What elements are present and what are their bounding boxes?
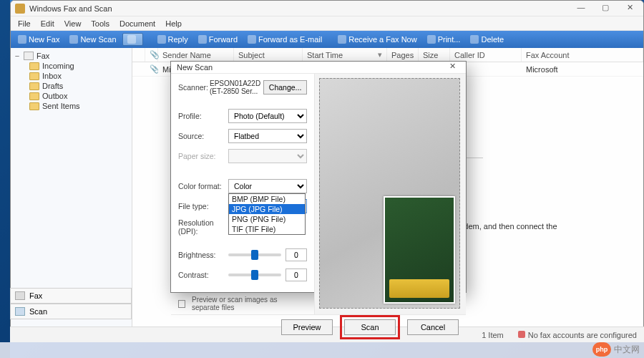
col-pages[interactable]: Pages <box>387 48 419 62</box>
app-icon <box>15 4 25 14</box>
filetype-label: File type: <box>178 202 225 211</box>
tab-scan[interactable]: Scan <box>10 304 132 319</box>
windows-taskbar[interactable] <box>0 342 644 358</box>
change-scanner-button[interactable]: Change... <box>263 80 307 95</box>
print-icon <box>427 35 436 44</box>
watermark-text: 中文网 <box>614 344 640 356</box>
col-caller[interactable]: Caller ID <box>450 48 522 62</box>
sort-desc-icon: ▾ <box>378 50 382 59</box>
window-title: Windows Fax and Scan <box>29 4 572 13</box>
tree-sent[interactable]: Sent Items <box>28 101 130 111</box>
col-account[interactable]: Fax Account <box>522 48 643 62</box>
tree-item-label: Sent Items <box>42 102 80 110</box>
tree-incoming[interactable]: Incoming <box>28 61 130 71</box>
col-start[interactable]: Start Time ▾ <box>303 48 387 62</box>
col-start-label: Start Time <box>307 51 343 59</box>
tree-item-label: Drafts <box>42 82 63 90</box>
status-message: No fax accounts are configured <box>518 331 637 339</box>
folder-icon <box>29 82 39 90</box>
tab-fax[interactable]: Fax <box>10 288 132 304</box>
dialog-form: Scanner: EPSON01A22D (ET-2850 Ser... Cha… <box>171 74 314 314</box>
colorformat-select[interactable]: Color <box>228 179 307 193</box>
forward-icon <box>198 35 207 44</box>
menu-file[interactable]: File <box>14 18 35 29</box>
forward-label: Forward <box>209 35 238 44</box>
close-button[interactable]: ✕ <box>620 3 639 14</box>
menu-edit[interactable]: Edit <box>36 18 59 29</box>
row-account: Microsoft <box>522 65 643 74</box>
scanner-value: EPSON01A22D (ET-2850 Ser... <box>210 79 260 95</box>
tree-outbox[interactable]: Outbox <box>28 91 130 101</box>
print-button[interactable]: Print... <box>423 34 465 45</box>
toolbar: New Fax New Scan Reply Forward Forward a… <box>11 31 643 48</box>
menu-tools[interactable]: Tools <box>87 18 114 29</box>
filetype-option-png[interactable]: PNG (PNG File) <box>229 214 305 224</box>
print-label: Print... <box>438 35 461 44</box>
tree-item-label: Incoming <box>42 62 74 70</box>
new-fax-button[interactable]: New Fax <box>14 34 64 45</box>
tree-inbox[interactable]: Inbox <box>28 71 130 81</box>
status-text: No fax accounts are configured <box>528 331 637 339</box>
scan-button[interactable]: Scan <box>344 319 396 335</box>
sidebar-tabs: Fax Scan <box>10 288 132 319</box>
warning-icon <box>518 331 525 338</box>
slider-thumb[interactable] <box>251 250 258 260</box>
new-scan-icon <box>69 35 78 44</box>
dialog-title: New Scan <box>177 63 213 72</box>
scan-tab-icon <box>15 307 25 316</box>
delete-button[interactable]: Delete <box>466 34 508 45</box>
maximize-button[interactable]: ▢ <box>596 3 615 14</box>
filetype-option-bmp[interactable]: BMP (BMP File) <box>229 194 305 204</box>
tree-item-label: Inbox <box>42 72 62 80</box>
colorformat-label: Color format: <box>178 182 225 190</box>
tree-drafts[interactable]: Drafts <box>28 81 130 91</box>
folder-icon <box>29 102 39 110</box>
new-fax-label: New Fax <box>29 35 59 44</box>
col-subject[interactable]: Subject <box>234 48 303 62</box>
col-sender[interactable]: Sender Name <box>158 48 234 62</box>
contrast-label: Contrast: <box>178 271 225 279</box>
toolbar-options-button[interactable] <box>122 33 143 46</box>
col-flag[interactable] <box>132 48 145 62</box>
forward-email-button[interactable]: Forward as E-mail <box>243 34 326 45</box>
preview-button[interactable]: Preview <box>281 319 333 335</box>
menu-document[interactable]: Document <box>115 18 160 29</box>
forward-email-label: Forward as E-mail <box>258 35 322 44</box>
filetype-option-jpg[interactable]: JPG (JPG File) <box>229 204 305 214</box>
source-select[interactable]: Flatbed <box>228 129 307 143</box>
reply-button[interactable]: Reply <box>153 34 192 45</box>
forward-button[interactable]: Forward <box>194 34 242 45</box>
brightness-slider[interactable] <box>228 253 281 256</box>
fax-icon <box>24 52 34 60</box>
menu-view[interactable]: View <box>60 18 86 29</box>
receive-fax-button[interactable]: Receive a Fax Now <box>333 34 421 45</box>
receive-label: Receive a Fax Now <box>348 35 416 44</box>
separate-files-checkbox[interactable] <box>178 300 185 308</box>
watermark: php 中文网 <box>592 342 640 357</box>
col-attach[interactable]: 📎 <box>145 48 158 62</box>
slider-thumb[interactable] <box>251 270 258 280</box>
tab-scan-label: Scan <box>29 307 47 316</box>
menu-help[interactable]: Help <box>161 18 186 29</box>
fax-tab-icon <box>15 291 25 300</box>
contrast-slider[interactable] <box>228 274 281 276</box>
new-scan-button[interactable]: New Scan <box>65 34 120 45</box>
dialog-close-button[interactable]: ✕ <box>444 62 460 73</box>
contrast-value: 0 <box>286 268 307 281</box>
profile-select[interactable]: Photo (Default) <box>228 109 307 123</box>
col-size[interactable]: Size <box>419 48 450 62</box>
folder-icon <box>29 62 39 70</box>
scanner-label: Scanner: <box>178 83 207 92</box>
reply-label: Reply <box>168 35 188 44</box>
dialog-titlebar: New Scan ✕ <box>171 62 466 73</box>
tree-root-fax[interactable]: −Fax <box>12 51 130 61</box>
collapse-icon[interactable]: − <box>14 52 21 60</box>
cancel-button[interactable]: Cancel <box>407 319 459 335</box>
brightness-label: Brightness: <box>178 251 225 259</box>
filetype-dropdown: BMP (BMP File) JPG (JPG File) PNG (PNG F… <box>228 193 306 235</box>
minimize-button[interactable]: — <box>572 3 590 14</box>
filetype-option-tif[interactable]: TIF (TIF File) <box>229 224 305 234</box>
status-count: 1 Item <box>482 331 504 339</box>
scan-preview-frame[interactable] <box>319 78 460 309</box>
highlight-box: Scan <box>340 315 400 339</box>
